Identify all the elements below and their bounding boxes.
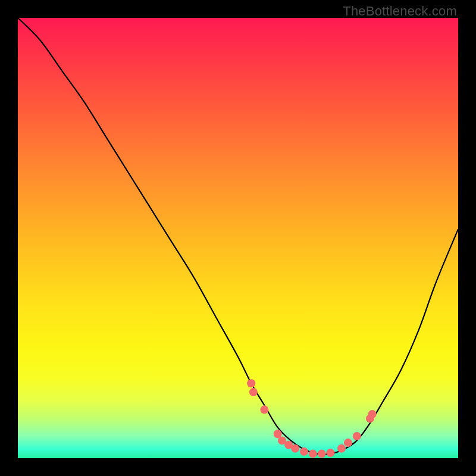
highlight-dot — [318, 450, 326, 458]
highlight-dot — [368, 410, 377, 418]
highlight-dots — [247, 379, 377, 458]
highlight-dot — [247, 379, 255, 387]
highlight-dot — [249, 388, 258, 396]
highlight-dot — [337, 444, 346, 453]
highlight-dot — [326, 449, 334, 457]
highlight-dot — [344, 439, 352, 447]
highlight-dot — [353, 432, 361, 440]
curve-svg — [18, 18, 458, 458]
highlight-dot — [309, 450, 317, 458]
bottleneck-curve — [18, 18, 458, 455]
chart-frame: TheBottleneck.com — [0, 0, 476, 476]
watermark-text: TheBottleneck.com — [343, 4, 457, 19]
highlight-dot — [260, 406, 268, 414]
highlight-dot — [300, 447, 308, 456]
plot-area — [18, 18, 458, 458]
highlight-dot — [291, 444, 299, 453]
